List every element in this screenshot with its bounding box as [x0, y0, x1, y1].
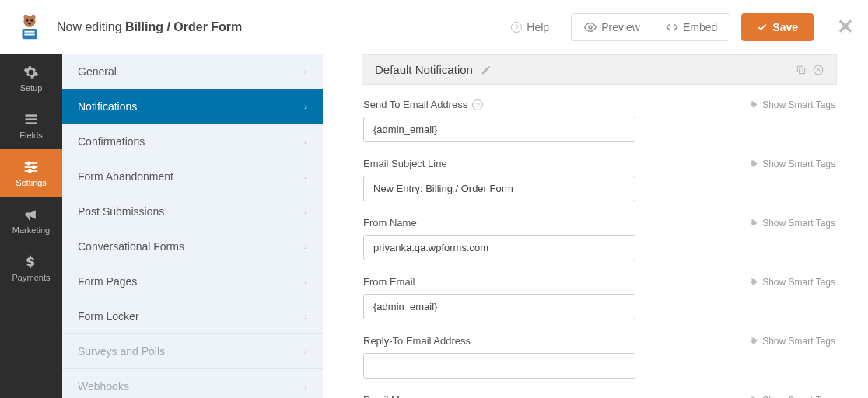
smart-tags-link[interactable]: Show Smart Tags [749, 277, 835, 288]
eye-icon [584, 21, 597, 33]
svg-rect-20 [797, 66, 803, 72]
svg-point-2 [31, 14, 36, 19]
svg-rect-19 [800, 68, 805, 73]
sub-notifications[interactable]: Notifications› [62, 89, 323, 124]
wpforms-logo [14, 12, 45, 43]
smart-tags-link[interactable]: Show Smart Tags [749, 159, 835, 169]
preview-button[interactable]: Preview [572, 14, 653, 40]
chevron-right-icon: › [304, 172, 307, 181]
svg-point-1 [23, 14, 28, 19]
svg-rect-8 [24, 33, 34, 35]
field-send-to-email: Send To Email Address? Show Smart Tags [362, 99, 837, 142]
panel-body: Send To Email Address? Show Smart Tags E… [362, 85, 837, 398]
svg-rect-7 [24, 30, 34, 32]
sub-form-locker[interactable]: Form Locker› [62, 299, 323, 334]
nav-settings[interactable]: Settings [0, 149, 62, 197]
title-form-name: Billing / Order Form [125, 20, 242, 33]
dollar-icon [23, 254, 39, 270]
duplicate-icon[interactable] [796, 65, 807, 75]
tag-icon [749, 218, 758, 228]
smart-tags-link[interactable]: Show Smart Tags [749, 100, 835, 110]
field-email-subject: Email Subject Line Show Smart Tags [362, 158, 837, 201]
bullhorn-icon [23, 207, 39, 222]
sliders-icon [23, 159, 39, 175]
nav-payments[interactable]: Payments [0, 244, 62, 292]
help-link[interactable]: ? Help [500, 15, 560, 40]
chevron-right-icon: › [304, 382, 307, 391]
chevron-right-icon: › [304, 207, 307, 216]
chevron-right-icon: › [304, 347, 307, 356]
chevron-right-icon: › [304, 67, 307, 76]
chevron-right-icon: › [304, 137, 307, 146]
panel-title: Default Notification [375, 63, 473, 76]
settings-submenu: General› Notifications› Confirmations› F… [62, 54, 323, 398]
sub-post-submissions[interactable]: Post Submissions› [62, 194, 323, 229]
collapse-icon[interactable] [813, 65, 824, 75]
field-email-message: Email Message Show Smart Tags [362, 394, 837, 398]
tag-icon [749, 396, 758, 399]
tag-icon [749, 337, 758, 346]
svg-point-3 [26, 19, 29, 22]
smart-tags-link[interactable]: Show Smart Tags [749, 218, 835, 229]
smart-tags-link[interactable]: Show Smart Tags [749, 395, 835, 399]
embed-button[interactable]: Embed [653, 14, 730, 40]
tag-icon [749, 100, 758, 110]
sub-webhooks[interactable]: Webhooks› [62, 369, 323, 398]
svg-point-9 [589, 26, 592, 29]
sub-surveys-polls[interactable]: Surveys and Polls› [62, 334, 323, 369]
sub-confirmations[interactable]: Confirmations› [62, 124, 323, 159]
notification-panel-header: Default Notification [362, 54, 837, 85]
field-reply-to: Reply-To Email Address Show Smart Tags [362, 335, 837, 379]
field-from-email: From Email Show Smart Tags [362, 276, 837, 319]
app-header: Now editing Billing / Order Form ? Help … [0, 0, 868, 54]
svg-point-5 [28, 22, 31, 24]
chevron-right-icon: › [304, 277, 307, 286]
help-icon: ? [511, 22, 522, 33]
svg-rect-10 [26, 114, 37, 117]
close-button[interactable]: ✕ [837, 15, 854, 39]
field-from-name: From Name Show Smart Tags [362, 217, 837, 260]
email-subject-input[interactable] [363, 176, 635, 201]
gear-icon [23, 65, 39, 80]
check-icon [757, 22, 768, 33]
sub-form-abandonment[interactable]: Form Abandonment› [62, 159, 323, 194]
sub-general[interactable]: General› [62, 54, 323, 89]
save-button[interactable]: Save [741, 13, 814, 41]
svg-point-14 [26, 161, 30, 165]
svg-point-18 [28, 169, 32, 173]
list-icon [23, 112, 39, 127]
svg-rect-15 [25, 166, 38, 168]
from-email-input[interactable] [363, 294, 635, 319]
tag-icon [749, 159, 758, 169]
svg-point-4 [30, 19, 33, 22]
sub-conversational-forms[interactable]: Conversational Forms› [62, 229, 323, 264]
svg-rect-12 [26, 122, 37, 124]
svg-point-21 [814, 65, 823, 75]
pencil-icon[interactable] [481, 65, 492, 75]
from-name-input[interactable] [363, 235, 635, 260]
nav-setup[interactable]: Setup [0, 54, 62, 102]
left-nav: Setup Fields Settings Marketing Payments [0, 54, 62, 398]
content-panel: Default Notification Send To Email Addre… [362, 54, 837, 398]
chevron-right-icon: › [304, 312, 307, 321]
chevron-right-icon: › [304, 102, 307, 111]
title-prefix: Now editing [57, 20, 122, 33]
reply-to-input[interactable] [363, 353, 635, 379]
svg-rect-11 [26, 118, 37, 120]
svg-point-16 [32, 165, 36, 169]
nav-fields[interactable]: Fields [0, 102, 62, 149]
smart-tags-link[interactable]: Show Smart Tags [749, 336, 835, 347]
tag-icon [749, 278, 758, 287]
sub-form-pages[interactable]: Form Pages› [62, 264, 323, 299]
help-icon[interactable]: ? [472, 100, 483, 110]
send-to-email-input[interactable] [363, 117, 635, 142]
nav-marketing[interactable]: Marketing [0, 197, 62, 244]
page-title: Now editing Billing / Order Form [57, 20, 242, 34]
code-icon [666, 21, 678, 33]
chevron-right-icon: › [304, 242, 307, 251]
